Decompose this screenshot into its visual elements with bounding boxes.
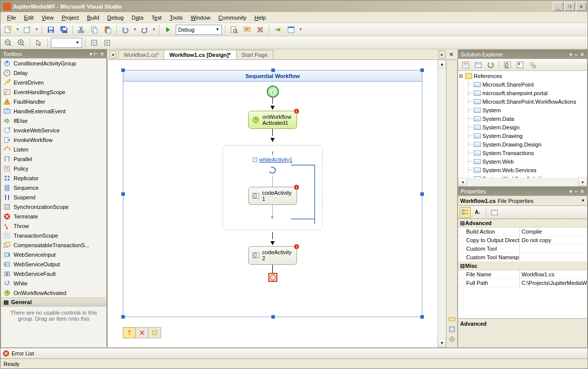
tab-scroll-right[interactable]: ▸ bbox=[438, 50, 446, 58]
dropdown-icon[interactable]: ▾ bbox=[90, 51, 93, 57]
menu-view[interactable]: View bbox=[38, 13, 57, 22]
toolbox-item[interactable]: Delay bbox=[1, 68, 106, 78]
ruler-icon[interactable] bbox=[448, 315, 456, 323]
menu-help[interactable]: Help bbox=[251, 13, 269, 22]
workflow-root[interactable]: Sequential Workflow ↓ ▼ onWorkflow Activ… bbox=[123, 70, 422, 317]
toolbox-item[interactable]: CompensatableTransactionS... bbox=[1, 240, 106, 250]
solution-explorer-title[interactable]: Solution Explorer ▾ ⫟ ✕ bbox=[458, 50, 587, 59]
expand-button[interactable] bbox=[89, 37, 100, 48]
new-project-button[interactable] bbox=[3, 24, 14, 35]
reference-item[interactable]: ├╌System.Web bbox=[458, 157, 587, 166]
step-into-button[interactable] bbox=[272, 24, 283, 35]
reference-item[interactable]: ├╌Microsoft.SharePoint.WorkflowActions bbox=[458, 97, 587, 106]
toolbox-item[interactable]: EventDriven bbox=[1, 78, 106, 87]
comment-button[interactable] bbox=[242, 24, 253, 35]
class-view-button[interactable] bbox=[527, 59, 538, 70]
new-dropdown[interactable]: ▼ bbox=[16, 24, 20, 35]
property-row[interactable]: Build ActionCompile bbox=[458, 228, 587, 236]
reference-item[interactable]: ├╌microsoft.sharepoint.portal bbox=[458, 89, 587, 97]
menu-debug[interactable]: Debug bbox=[104, 13, 127, 22]
tab-close[interactable]: ✕ bbox=[448, 50, 455, 58]
close-icon[interactable]: ✕ bbox=[100, 51, 104, 57]
view-fault-handlers[interactable] bbox=[148, 327, 161, 338]
error-list-tab[interactable]: Error List bbox=[1, 348, 587, 358]
tab-workflow-code[interactable]: Workflow1.cs* bbox=[118, 50, 164, 59]
pin-icon[interactable]: ⫟ bbox=[573, 51, 579, 58]
property-row[interactable]: Custom Tool Namespace bbox=[458, 253, 587, 262]
find-in-files-button[interactable] bbox=[229, 24, 240, 35]
view-designer-button[interactable] bbox=[514, 59, 526, 70]
properties-grid[interactable]: ⊟Advanced Build ActionCompileCopy to Out… bbox=[458, 219, 587, 318]
save-all-button[interactable] bbox=[58, 24, 69, 35]
toolbox-item[interactable]: InvokeWorkflow bbox=[1, 135, 106, 144]
collapse-button[interactable] bbox=[102, 37, 113, 48]
save-button[interactable] bbox=[45, 24, 56, 35]
add-dropdown[interactable]: ▼ bbox=[35, 24, 39, 35]
toolbox-item[interactable]: WebServiceFault bbox=[1, 269, 106, 278]
category-advanced[interactable]: ⊟Advanced bbox=[458, 219, 587, 228]
property-row[interactable]: File NameWorkflow1.cs bbox=[458, 270, 587, 279]
toolbox-item[interactable]: Throw bbox=[1, 221, 106, 231]
menu-file[interactable]: File bbox=[4, 13, 20, 22]
solution-explorer-button[interactable] bbox=[285, 24, 297, 35]
activity-codeactivity2[interactable]: {} codeActivity 2 ! bbox=[248, 246, 298, 264]
activity-while[interactable]: ! -whileActivity1 {} codeActivity 1 ! bbox=[223, 145, 323, 230]
menu-community[interactable]: Community bbox=[215, 13, 250, 22]
uncomment-button[interactable] bbox=[255, 24, 266, 35]
toolbox-item[interactable]: Replicator bbox=[1, 173, 106, 183]
refresh-button[interactable] bbox=[485, 59, 496, 70]
config-combo[interactable]: Debug▼ bbox=[176, 25, 222, 35]
toolbox-item[interactable]: Sequence bbox=[1, 183, 106, 192]
toolbox-group-general[interactable]: ▤ General bbox=[1, 298, 106, 307]
toolbox-item[interactable]: HandleExternalEvent bbox=[1, 106, 106, 116]
close-button[interactable]: ✕ bbox=[576, 2, 586, 11]
menu-data[interactable]: Data bbox=[128, 13, 147, 22]
dropdown-icon[interactable]: ▾ bbox=[569, 51, 572, 58]
menu-tools[interactable]: Tools bbox=[166, 13, 186, 22]
reference-item[interactable]: ├╌System.Workflow.Activities bbox=[458, 174, 587, 178]
toolbox-item[interactable]: EventHandlingScope bbox=[1, 87, 106, 97]
paste-button[interactable] bbox=[102, 24, 113, 35]
toolbox-item[interactable]: While bbox=[1, 278, 106, 288]
zoom-out-button[interactable] bbox=[3, 37, 14, 48]
undo-button[interactable] bbox=[120, 24, 131, 35]
property-row[interactable]: Custom Tool bbox=[458, 245, 587, 253]
reference-item[interactable]: ├╌System.Transactions bbox=[458, 149, 587, 157]
view-cancel-handlers[interactable] bbox=[135, 327, 149, 338]
reference-item[interactable]: ├╌System.Drawing.Design bbox=[458, 140, 587, 149]
tab-scroll-left[interactable]: ◂ bbox=[109, 50, 116, 58]
properties-title[interactable]: Properties ▾ ⫟ ✕ bbox=[458, 187, 587, 196]
activity-codeactivity1[interactable]: {} codeActivity 1 ! bbox=[248, 187, 298, 205]
property-row[interactable]: Copy to Output DirectoryDo not copy bbox=[458, 236, 587, 245]
toolbox-item[interactable]: Suspend bbox=[1, 192, 106, 202]
alphabetical-button[interactable]: A↓ bbox=[472, 207, 483, 218]
titlebar[interactable]: JupiterMediaWF - Microsoft Visual Studio… bbox=[1, 1, 587, 12]
category-misc[interactable]: ⊟Misc bbox=[458, 262, 587, 270]
add-item-button[interactable] bbox=[22, 24, 33, 35]
view-code-button[interactable]: {} bbox=[502, 59, 513, 70]
zoom-combo[interactable]: ▼ bbox=[51, 38, 82, 48]
cut-button[interactable] bbox=[76, 24, 87, 35]
redo-button[interactable] bbox=[139, 24, 150, 35]
toolbox-title[interactable]: Toolbox ▾ ⊢ ✕ bbox=[1, 49, 107, 58]
categorized-button[interactable] bbox=[460, 207, 471, 218]
restore-button[interactable]: ❐ bbox=[564, 2, 575, 11]
pin-icon[interactable]: ⫟ bbox=[573, 188, 579, 195]
pan-icon[interactable] bbox=[448, 335, 456, 343]
minimize-button[interactable]: _ bbox=[553, 2, 563, 11]
fit-icon[interactable] bbox=[448, 325, 456, 333]
toolbox-item[interactable]: WebServiceOutput bbox=[1, 259, 106, 269]
start-debug-button[interactable] bbox=[163, 24, 174, 35]
toolbox-item[interactable]: InvokeWebService bbox=[1, 125, 106, 135]
toolbox-item[interactable]: FaultHandler bbox=[1, 97, 106, 106]
menu-edit[interactable]: Edit bbox=[21, 13, 37, 22]
solution-tree[interactable]: ⊟References ├╌Microsoft.SharePoint ├╌mic… bbox=[458, 71, 587, 178]
toolbox-item[interactable]: SynchronizationScope bbox=[1, 202, 106, 211]
toolbox-item[interactable]: OnWorkflowActivated bbox=[1, 288, 106, 298]
properties-object-combo[interactable]: Workflow1.cs File Properties ▼ bbox=[458, 196, 587, 206]
toolbox-item[interactable]: TransactionScope bbox=[1, 231, 106, 240]
toolbox-item[interactable]: IfElse bbox=[1, 116, 106, 125]
toolbox-item[interactable]: Listen bbox=[1, 144, 106, 154]
reference-item[interactable]: ├╌System.Design bbox=[458, 123, 587, 131]
tab-start-page[interactable]: Start Page bbox=[236, 50, 273, 59]
